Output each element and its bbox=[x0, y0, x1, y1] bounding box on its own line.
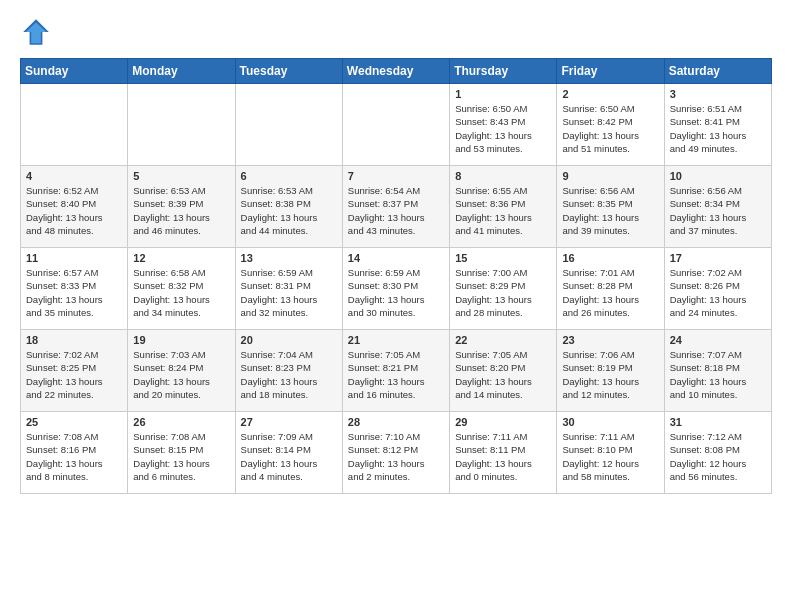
calendar-cell: 7Sunrise: 6:54 AM Sunset: 8:37 PM Daylig… bbox=[342, 166, 449, 248]
day-number: 16 bbox=[562, 252, 658, 264]
day-number: 24 bbox=[670, 334, 766, 346]
calendar-week-row: 25Sunrise: 7:08 AM Sunset: 8:16 PM Dayli… bbox=[21, 412, 772, 494]
day-info: Sunrise: 6:51 AM Sunset: 8:41 PM Dayligh… bbox=[670, 102, 766, 155]
day-number: 9 bbox=[562, 170, 658, 182]
calendar-week-row: 1Sunrise: 6:50 AM Sunset: 8:43 PM Daylig… bbox=[21, 84, 772, 166]
calendar-cell bbox=[128, 84, 235, 166]
day-number: 30 bbox=[562, 416, 658, 428]
calendar-cell: 9Sunrise: 6:56 AM Sunset: 8:35 PM Daylig… bbox=[557, 166, 664, 248]
calendar-cell: 29Sunrise: 7:11 AM Sunset: 8:11 PM Dayli… bbox=[450, 412, 557, 494]
day-number: 12 bbox=[133, 252, 229, 264]
day-info: Sunrise: 7:12 AM Sunset: 8:08 PM Dayligh… bbox=[670, 430, 766, 483]
day-info: Sunrise: 6:50 AM Sunset: 8:43 PM Dayligh… bbox=[455, 102, 551, 155]
day-info: Sunrise: 7:09 AM Sunset: 8:14 PM Dayligh… bbox=[241, 430, 337, 483]
header-row: SundayMondayTuesdayWednesdayThursdayFrid… bbox=[21, 59, 772, 84]
day-number: 29 bbox=[455, 416, 551, 428]
calendar-table: SundayMondayTuesdayWednesdayThursdayFrid… bbox=[20, 58, 772, 494]
calendar-week-row: 11Sunrise: 6:57 AM Sunset: 8:33 PM Dayli… bbox=[21, 248, 772, 330]
calendar-cell: 13Sunrise: 6:59 AM Sunset: 8:31 PM Dayli… bbox=[235, 248, 342, 330]
page: SundayMondayTuesdayWednesdayThursdayFrid… bbox=[0, 0, 792, 612]
calendar-cell: 18Sunrise: 7:02 AM Sunset: 8:25 PM Dayli… bbox=[21, 330, 128, 412]
day-info: Sunrise: 7:06 AM Sunset: 8:19 PM Dayligh… bbox=[562, 348, 658, 401]
calendar-cell: 4Sunrise: 6:52 AM Sunset: 8:40 PM Daylig… bbox=[21, 166, 128, 248]
calendar-cell: 11Sunrise: 6:57 AM Sunset: 8:33 PM Dayli… bbox=[21, 248, 128, 330]
calendar-cell bbox=[235, 84, 342, 166]
calendar-cell: 31Sunrise: 7:12 AM Sunset: 8:08 PM Dayli… bbox=[664, 412, 771, 494]
day-number: 25 bbox=[26, 416, 122, 428]
calendar-cell: 20Sunrise: 7:04 AM Sunset: 8:23 PM Dayli… bbox=[235, 330, 342, 412]
day-number: 2 bbox=[562, 88, 658, 100]
day-number: 5 bbox=[133, 170, 229, 182]
day-info: Sunrise: 7:08 AM Sunset: 8:16 PM Dayligh… bbox=[26, 430, 122, 483]
day-info: Sunrise: 7:05 AM Sunset: 8:20 PM Dayligh… bbox=[455, 348, 551, 401]
calendar-cell: 6Sunrise: 6:53 AM Sunset: 8:38 PM Daylig… bbox=[235, 166, 342, 248]
day-number: 26 bbox=[133, 416, 229, 428]
day-info: Sunrise: 6:52 AM Sunset: 8:40 PM Dayligh… bbox=[26, 184, 122, 237]
day-number: 15 bbox=[455, 252, 551, 264]
day-info: Sunrise: 7:07 AM Sunset: 8:18 PM Dayligh… bbox=[670, 348, 766, 401]
logo bbox=[20, 16, 56, 48]
day-info: Sunrise: 7:11 AM Sunset: 8:10 PM Dayligh… bbox=[562, 430, 658, 483]
weekday-header: Wednesday bbox=[342, 59, 449, 84]
day-info: Sunrise: 7:10 AM Sunset: 8:12 PM Dayligh… bbox=[348, 430, 444, 483]
day-number: 6 bbox=[241, 170, 337, 182]
calendar-cell: 27Sunrise: 7:09 AM Sunset: 8:14 PM Dayli… bbox=[235, 412, 342, 494]
day-number: 27 bbox=[241, 416, 337, 428]
day-number: 13 bbox=[241, 252, 337, 264]
calendar-week-row: 4Sunrise: 6:52 AM Sunset: 8:40 PM Daylig… bbox=[21, 166, 772, 248]
calendar-cell: 12Sunrise: 6:58 AM Sunset: 8:32 PM Dayli… bbox=[128, 248, 235, 330]
day-info: Sunrise: 6:58 AM Sunset: 8:32 PM Dayligh… bbox=[133, 266, 229, 319]
calendar-cell: 30Sunrise: 7:11 AM Sunset: 8:10 PM Dayli… bbox=[557, 412, 664, 494]
day-number: 11 bbox=[26, 252, 122, 264]
calendar-cell: 26Sunrise: 7:08 AM Sunset: 8:15 PM Dayli… bbox=[128, 412, 235, 494]
day-number: 21 bbox=[348, 334, 444, 346]
calendar-cell: 22Sunrise: 7:05 AM Sunset: 8:20 PM Dayli… bbox=[450, 330, 557, 412]
day-info: Sunrise: 6:57 AM Sunset: 8:33 PM Dayligh… bbox=[26, 266, 122, 319]
calendar-cell: 21Sunrise: 7:05 AM Sunset: 8:21 PM Dayli… bbox=[342, 330, 449, 412]
day-number: 8 bbox=[455, 170, 551, 182]
day-number: 1 bbox=[455, 88, 551, 100]
weekday-header: Sunday bbox=[21, 59, 128, 84]
day-info: Sunrise: 7:04 AM Sunset: 8:23 PM Dayligh… bbox=[241, 348, 337, 401]
calendar-cell: 25Sunrise: 7:08 AM Sunset: 8:16 PM Dayli… bbox=[21, 412, 128, 494]
calendar-cell bbox=[21, 84, 128, 166]
day-number: 19 bbox=[133, 334, 229, 346]
day-info: Sunrise: 7:00 AM Sunset: 8:29 PM Dayligh… bbox=[455, 266, 551, 319]
day-info: Sunrise: 6:59 AM Sunset: 8:31 PM Dayligh… bbox=[241, 266, 337, 319]
day-info: Sunrise: 6:56 AM Sunset: 8:34 PM Dayligh… bbox=[670, 184, 766, 237]
calendar-cell: 1Sunrise: 6:50 AM Sunset: 8:43 PM Daylig… bbox=[450, 84, 557, 166]
day-info: Sunrise: 6:55 AM Sunset: 8:36 PM Dayligh… bbox=[455, 184, 551, 237]
weekday-header: Monday bbox=[128, 59, 235, 84]
day-info: Sunrise: 6:53 AM Sunset: 8:38 PM Dayligh… bbox=[241, 184, 337, 237]
calendar-cell: 17Sunrise: 7:02 AM Sunset: 8:26 PM Dayli… bbox=[664, 248, 771, 330]
header bbox=[20, 16, 772, 48]
day-number: 17 bbox=[670, 252, 766, 264]
calendar-cell: 23Sunrise: 7:06 AM Sunset: 8:19 PM Dayli… bbox=[557, 330, 664, 412]
calendar-cell: 19Sunrise: 7:03 AM Sunset: 8:24 PM Dayli… bbox=[128, 330, 235, 412]
day-info: Sunrise: 7:02 AM Sunset: 8:26 PM Dayligh… bbox=[670, 266, 766, 319]
calendar-cell: 24Sunrise: 7:07 AM Sunset: 8:18 PM Dayli… bbox=[664, 330, 771, 412]
calendar-cell: 8Sunrise: 6:55 AM Sunset: 8:36 PM Daylig… bbox=[450, 166, 557, 248]
day-number: 23 bbox=[562, 334, 658, 346]
day-info: Sunrise: 6:50 AM Sunset: 8:42 PM Dayligh… bbox=[562, 102, 658, 155]
calendar-cell: 16Sunrise: 7:01 AM Sunset: 8:28 PM Dayli… bbox=[557, 248, 664, 330]
calendar-cell bbox=[342, 84, 449, 166]
day-number: 31 bbox=[670, 416, 766, 428]
day-info: Sunrise: 7:05 AM Sunset: 8:21 PM Dayligh… bbox=[348, 348, 444, 401]
calendar-cell: 14Sunrise: 6:59 AM Sunset: 8:30 PM Dayli… bbox=[342, 248, 449, 330]
day-number: 10 bbox=[670, 170, 766, 182]
weekday-header: Friday bbox=[557, 59, 664, 84]
day-number: 20 bbox=[241, 334, 337, 346]
weekday-header: Saturday bbox=[664, 59, 771, 84]
day-info: Sunrise: 7:08 AM Sunset: 8:15 PM Dayligh… bbox=[133, 430, 229, 483]
calendar-week-row: 18Sunrise: 7:02 AM Sunset: 8:25 PM Dayli… bbox=[21, 330, 772, 412]
day-info: Sunrise: 6:54 AM Sunset: 8:37 PM Dayligh… bbox=[348, 184, 444, 237]
day-info: Sunrise: 6:53 AM Sunset: 8:39 PM Dayligh… bbox=[133, 184, 229, 237]
day-info: Sunrise: 7:01 AM Sunset: 8:28 PM Dayligh… bbox=[562, 266, 658, 319]
logo-icon bbox=[20, 16, 52, 48]
calendar-cell: 28Sunrise: 7:10 AM Sunset: 8:12 PM Dayli… bbox=[342, 412, 449, 494]
day-info: Sunrise: 7:11 AM Sunset: 8:11 PM Dayligh… bbox=[455, 430, 551, 483]
day-number: 18 bbox=[26, 334, 122, 346]
day-number: 14 bbox=[348, 252, 444, 264]
weekday-header: Tuesday bbox=[235, 59, 342, 84]
